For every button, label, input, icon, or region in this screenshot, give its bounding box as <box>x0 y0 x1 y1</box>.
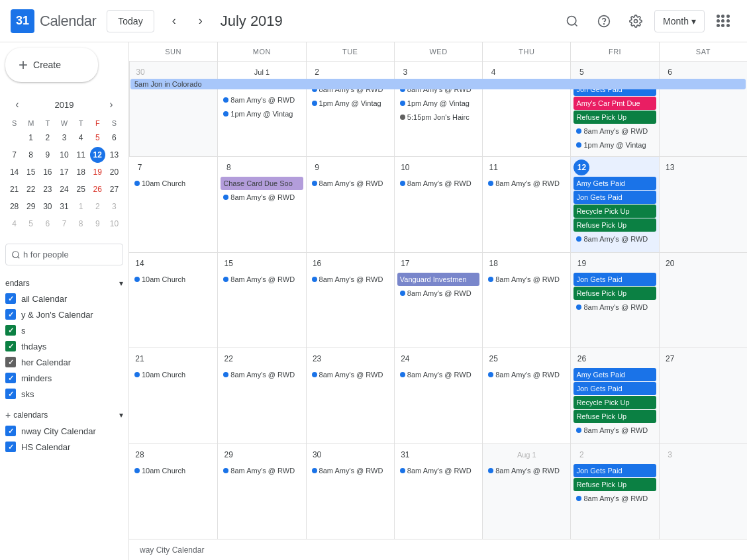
day-aug-1[interactable]: Aug 1 8am Amy's @ RWD <box>482 444 570 539</box>
event-recycle-pickup-fri4[interactable]: Recycle Pick Up <box>573 396 656 409</box>
other-calendars-header[interactable]: + calendars ▾ <box>5 407 123 423</box>
day-jul-10[interactable]: 10 8am Amy's @ RWD <box>394 157 482 252</box>
day-number[interactable]: 31 <box>397 447 413 463</box>
search-button[interactable] <box>559 8 585 34</box>
event-amy-gets-paid-fri4[interactable]: Amy Gets Paid <box>573 368 656 381</box>
apps-button[interactable] <box>710 8 736 34</box>
event-amys-car-pmt[interactable]: Amy's Car Pmt Due <box>573 97 656 110</box>
day-jul-17[interactable]: 17 Vanguard Investmen 8am Amy's @ RWD <box>394 253 482 348</box>
day-jul-5[interactable]: 5 Jon Gets Paid Amy's Car Pmt Due Refuse… <box>570 62 658 156</box>
day-number[interactable]: 28 <box>132 447 148 463</box>
day-number[interactable]: 17 <box>397 256 413 271</box>
day-number[interactable]: 22 <box>221 351 236 367</box>
event-recycle-pickup-fri2[interactable]: Recycle Pick Up <box>573 205 656 218</box>
day-aug-2[interactable]: 2 Jon Gets Paid Refuse Pick Up 8am Amy's… <box>570 444 658 539</box>
day-number[interactable]: Jul 1 <box>221 64 303 80</box>
day-number[interactable]: 25 <box>485 351 501 367</box>
event-amys-rwd-wed2[interactable]: 8am Amy's @ RWD <box>397 177 479 190</box>
event-amys-rwd-wed4[interactable]: 8am Amy's @ RWD <box>397 368 479 381</box>
event-amys-rwd-tue2[interactable]: 8am Amy's @ RWD <box>309 177 391 190</box>
sidebar-item-tasks[interactable]: ✓ sks <box>5 386 123 402</box>
sidebar-item-other-calendar[interactable]: ✓ her Calendar <box>5 354 123 370</box>
prev-month-button[interactable]: ‹ <box>162 9 186 33</box>
day-jul-1[interactable]: Jul 1 8am Amy's @ RWD 1pm Amy @ Vintag <box>217 62 305 156</box>
day-number[interactable]: 27 <box>662 351 678 367</box>
day-jul-19[interactable]: 19 Jon Gets Paid Refuse Pick Up 8am Amy'… <box>570 253 658 348</box>
event-amys-rwd-tue3[interactable]: 8am Amy's @ RWD <box>309 273 391 286</box>
day-jul-4[interactable]: 4 <box>482 62 570 156</box>
next-month-button[interactable]: › <box>189 9 213 33</box>
day-jul-30[interactable]: 30 8am Amy's @ RWD <box>306 444 394 539</box>
day-number[interactable]: 18 <box>485 256 501 271</box>
day-jul-18[interactable]: 18 8am Amy's @ RWD <box>482 253 570 348</box>
event-jons-hairc-wed1[interactable]: 5:15pm Jon's Hairc <box>397 111 479 124</box>
day-jul-23[interactable]: 23 8am Amy's @ RWD <box>306 348 394 443</box>
day-number[interactable]: 2 <box>309 64 325 80</box>
day-aug-3[interactable]: 3 <box>659 444 747 539</box>
view-mode-select[interactable]: Month ▾ <box>654 10 705 32</box>
day-jun-30[interactable]: 30 <box>129 62 217 156</box>
day-jul-14[interactable]: 14 10am Church <box>129 253 217 348</box>
event-amys-rwd-tue4[interactable]: 8am Amy's @ RWD <box>309 368 391 381</box>
day-number[interactable]: 23 <box>309 351 325 367</box>
event-amys-rwd-fri2[interactable]: 8am Amy's @ RWD <box>573 232 656 246</box>
event-amys-rwd-fri5[interactable]: 8am Amy's @ RWD <box>573 492 656 505</box>
event-refuse-pickup-fri3[interactable]: Refuse Pick Up <box>573 287 656 300</box>
day-jul-2[interactable]: 2 8am Amy's @ RWD 1pm Amy @ Vintag <box>306 62 394 156</box>
mini-next-button[interactable]: › <box>102 95 121 114</box>
sidebar-item-hs[interactable]: ✓ HS Calendar <box>5 439 123 455</box>
day-number[interactable]: 24 <box>397 351 413 367</box>
day-jul-26[interactable]: 26 Amy Gets Paid Jon Gets Paid Recycle P… <box>570 348 658 443</box>
day-jul-21[interactable]: 21 10am Church <box>129 348 217 443</box>
day-jul-31[interactable]: 31 8am Amy's @ RWD <box>394 444 482 539</box>
event-refuse-pickup-fri2[interactable]: Refuse Pick Up <box>573 218 656 232</box>
event-jon-gets-paid-fri5[interactable]: Jon Gets Paid <box>573 464 656 477</box>
day-number[interactable]: 10 <box>397 160 413 175</box>
day-jul-15[interactable]: 15 8am Amy's @ RWD <box>217 253 305 348</box>
event-refuse-pickup-fri1[interactable]: Refuse Pick Up <box>573 111 656 124</box>
sidebar-item-conway-city[interactable]: ✓ nway City Calendar <box>5 423 123 439</box>
event-refuse-pickup-fri4[interactable]: Refuse Pick Up <box>573 410 656 423</box>
event-amys-rwd-thu3[interactable]: 8am Amy's @ RWD <box>485 273 568 286</box>
day-number[interactable]: 7 <box>132 160 148 175</box>
help-button[interactable] <box>591 8 617 34</box>
day-number[interactable]: 8 <box>221 160 236 175</box>
sidebar-item-reminders[interactable]: ✓ minders <box>5 370 123 386</box>
day-jul-7[interactable]: 7 10am Church <box>129 157 217 252</box>
search-people-input[interactable]: h for people <box>5 244 123 265</box>
day-jul-8[interactable]: 8 Chase Card Due Soo 8am Amy's @ RWD <box>217 157 305 252</box>
day-number[interactable]: Aug 1 <box>485 447 568 463</box>
day-number[interactable]: 16 <box>309 256 325 271</box>
event-amys-rwd-tue5[interactable]: 8am Amy's @ RWD <box>309 464 391 477</box>
event-amys-rwd-wed5[interactable]: 8am Amy's @ RWD <box>397 464 479 477</box>
event-amy-vintag-mon1[interactable]: 1pm Amy @ Vintag <box>221 107 303 120</box>
event-amys-rwd-fri3[interactable]: 8am Amy's @ RWD <box>573 301 656 314</box>
day-jul-28[interactable]: 28 10am Church <box>129 444 217 539</box>
day-number-today[interactable]: 12 <box>573 160 589 175</box>
day-number[interactable]: 29 <box>221 447 236 463</box>
day-number[interactable]: 19 <box>573 256 589 271</box>
event-amys-rwd-wed3[interactable]: 8am Amy's @ RWD <box>397 287 479 300</box>
event-amy-vintag-fri1[interactable]: 1pm Amy @ Vintag <box>573 138 656 152</box>
day-jul-27[interactable]: 27 <box>659 348 747 443</box>
event-amy-vintag-wed1[interactable]: 1pm Amy @ Vintag <box>397 97 479 110</box>
day-jul-11[interactable]: 11 8am Amy's @ RWD <box>482 157 570 252</box>
day-jul-12[interactable]: 12 Amy Gets Paid Jon Gets Paid Recycle P… <box>570 157 658 252</box>
event-amys-rwd-thu2[interactable]: 8am Amy's @ RWD <box>485 177 568 190</box>
event-jon-gets-paid-fri3[interactable]: Jon Gets Paid <box>573 273 656 286</box>
event-amys-rwd-fri4[interactable]: 8am Amy's @ RWD <box>573 424 656 437</box>
day-number[interactable]: 14 <box>132 256 148 271</box>
event-jon-gets-paid-fri4[interactable]: Jon Gets Paid <box>573 382 656 395</box>
create-button[interactable]: + Create <box>5 48 98 82</box>
event-vanguard[interactable]: Vanguard Investmen <box>397 273 479 286</box>
day-number[interactable]: 15 <box>221 256 236 271</box>
event-church-sun2[interactable]: 10am Church <box>132 177 215 190</box>
day-number[interactable]: 2 <box>573 447 589 463</box>
event-amy-vintag-tue1[interactable]: 1pm Amy @ Vintag <box>309 97 391 110</box>
day-jul-25[interactable]: 25 8am Amy's @ RWD <box>482 348 570 443</box>
day-jul-6[interactable]: 6 <box>659 62 747 156</box>
day-jul-24[interactable]: 24 8am Amy's @ RWD <box>394 348 482 443</box>
day-jul-20[interactable]: 20 <box>659 253 747 348</box>
settings-button[interactable] <box>622 8 649 34</box>
day-jul-29[interactable]: 29 8am Amy's @ RWD <box>217 444 305 539</box>
